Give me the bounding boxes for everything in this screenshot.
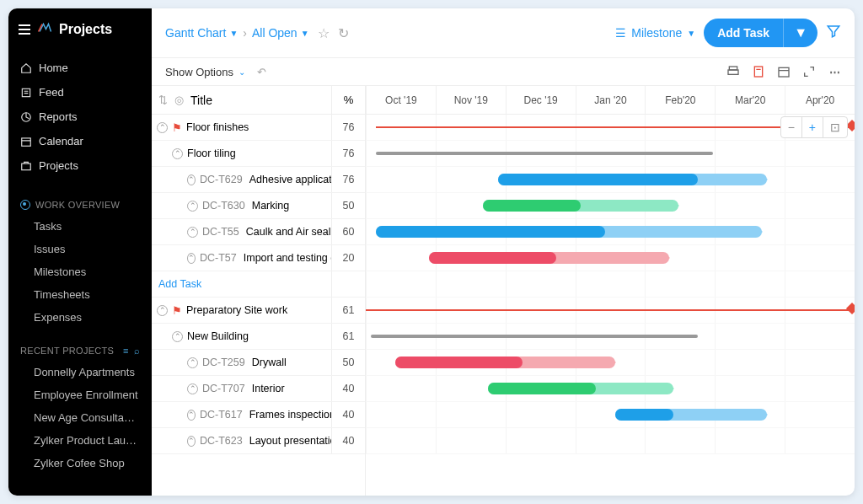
collapse-icon[interactable]: ⌃	[187, 436, 196, 447]
task-row[interactable]: ⌃⚑Floor finishes 76	[152, 115, 365, 141]
svg-rect-6	[22, 164, 31, 170]
print-icon[interactable]	[726, 65, 740, 78]
group-bar[interactable]	[371, 335, 699, 338]
fit-icon[interactable]: ⊡	[823, 117, 847, 137]
zoom-in-icon[interactable]: +	[802, 117, 823, 137]
timeline-month: Dec '19	[506, 86, 576, 114]
svg-rect-8	[728, 70, 738, 74]
more-icon[interactable]: ⋯	[828, 65, 841, 78]
breadcrumb-separator: ›	[243, 26, 247, 40]
filter-icon[interactable]	[826, 24, 841, 42]
task-bar[interactable]	[376, 226, 762, 238]
nav-label: Reports	[39, 110, 78, 123]
task-percent: 76	[331, 167, 365, 192]
task-row[interactable]: ⌃DC-T55Caulk and Air seal 60	[152, 219, 365, 245]
recent-project-item[interactable]: New Age Consultancy	[8, 406, 152, 429]
collapse-icon[interactable]: ⌃	[172, 148, 183, 159]
nav-sub-item[interactable]: Milestones	[8, 260, 152, 283]
task-row[interactable]: ⌃Floor tiling 76	[152, 141, 365, 167]
gantt-task-list: ⇅ ◎ Title % ⌃⚑Floor finishes 76 ⌃Floor t…	[152, 86, 366, 496]
refresh-icon[interactable]: ↻	[338, 25, 349, 41]
task-bar[interactable]	[615, 409, 767, 421]
collapse-icon[interactable]: ⌃	[157, 305, 168, 316]
collapse-icon[interactable]: ⌃	[187, 227, 198, 238]
collapse-icon[interactable]: ⌃	[187, 253, 196, 264]
nav-calendar[interactable]: Calendar	[8, 129, 152, 153]
recent-projects-header[interactable]: RECENT PROJECTS ≡ ⌕	[8, 340, 152, 361]
timeline-month: Nov '19	[436, 86, 506, 114]
add-task-split-icon[interactable]: ▼	[783, 19, 817, 47]
pdf-icon[interactable]	[752, 65, 765, 78]
task-bar[interactable]	[395, 357, 615, 368]
task-bar[interactable]	[488, 383, 673, 394]
timeline-row	[366, 271, 855, 298]
timeline-row	[366, 141, 855, 167]
calendar-icon[interactable]	[777, 65, 791, 78]
timeline-row	[366, 167, 855, 193]
gantt-timeline[interactable]: Oct '19Nov '19Dec '19Jan '20Feb'20Mar'20…	[366, 86, 855, 496]
recent-project-item[interactable]: Zylker Product Launch	[8, 429, 152, 452]
task-bar[interactable]	[498, 174, 767, 185]
collapse-icon[interactable]: ⌃	[187, 410, 196, 421]
task-row[interactable]: ⌃New Building 61	[152, 324, 365, 350]
task-name: Drywall	[252, 357, 287, 368]
task-name: Import and testing of woo..	[244, 252, 331, 264]
milestone-dropdown[interactable]: ☰ Milestone ▼	[615, 26, 695, 40]
recent-project-item[interactable]: Donnelly Apartments	[8, 361, 152, 383]
collapse-icon[interactable]: ⌃	[187, 201, 198, 212]
task-row[interactable]: ⌃DC-T629Adhesive application 76	[152, 167, 365, 193]
task-row[interactable]: ⌃⚑Preparatory Site work 61	[152, 298, 365, 324]
task-row[interactable]: ⌃DC-T617Frames inspection 40	[152, 402, 365, 428]
nav-projects[interactable]: Projects	[8, 153, 152, 178]
task-percent: 50	[331, 350, 365, 375]
task-row[interactable]: ⌃DC-T707Interior 40	[152, 376, 365, 402]
milestone-bar[interactable]	[366, 309, 850, 311]
task-bar[interactable]	[429, 252, 668, 264]
title-column-header: Title	[190, 94, 212, 107]
nav-sub-item[interactable]: Expenses	[8, 306, 152, 329]
star-icon[interactable]: ☆	[318, 25, 330, 41]
recent-project-item[interactable]: Employee Enrollment	[8, 383, 152, 406]
nav-feed[interactable]: Feed	[8, 80, 152, 105]
nav-reports[interactable]: Reports	[8, 105, 152, 129]
filter-dropdown[interactable]: All Open ▼	[252, 26, 309, 40]
timeline-month: Feb'20	[645, 86, 715, 114]
target-icon[interactable]: ◎	[174, 94, 184, 106]
menu-icon[interactable]	[19, 24, 30, 35]
recent-project-item[interactable]: Zylker Cofee Shop	[8, 452, 152, 475]
task-percent: 76	[331, 141, 365, 166]
group-bar[interactable]	[376, 152, 713, 155]
task-name: Floor finishes	[186, 121, 249, 133]
task-row[interactable]: ⌃DC-T630Marking 50	[152, 193, 365, 219]
nav-sub-item[interactable]: Tasks	[8, 215, 152, 238]
undo-icon[interactable]: ↶	[257, 66, 266, 78]
nav-label: Home	[39, 62, 68, 74]
nav-home[interactable]: Home	[8, 56, 152, 80]
add-task-button[interactable]: Add Task ▼	[704, 19, 817, 47]
search-icon[interactable]: ⌕	[134, 346, 140, 356]
collapse-icon[interactable]: ⌃	[187, 174, 196, 185]
logo-icon	[37, 20, 52, 39]
task-row[interactable]: ⌃DC-T623Layout presentation 40	[152, 428, 365, 454]
collapse-icon[interactable]: ⌃	[172, 331, 183, 342]
task-row[interactable]: ⌃DC-T57Import and testing of woo.. 20	[152, 245, 365, 271]
show-options-dropdown[interactable]: Show Options ⌄	[165, 66, 245, 78]
expand-icon[interactable]	[802, 65, 816, 78]
hierarchy-icon[interactable]: ⇅	[158, 94, 168, 106]
task-bar[interactable]	[483, 200, 678, 212]
task-row[interactable]: ⌃DC-T259Drywall 50	[152, 350, 365, 376]
milestone-bar[interactable]	[376, 126, 850, 128]
zoom-out-icon[interactable]: −	[781, 117, 802, 137]
view-dropdown[interactable]: Gantt Chart ▼	[165, 26, 238, 40]
nav-sub-item[interactable]: Timesheets	[8, 283, 152, 306]
task-name: Caulk and Air seal	[246, 226, 331, 238]
task-percent: 60	[331, 219, 365, 244]
topbar: Gantt Chart ▼ › All Open ▼ ☆ ↻ ☰ Milesto…	[152, 8, 855, 58]
nav-sub-item[interactable]: Issues	[8, 238, 152, 260]
add-task-row[interactable]: Add Task	[152, 271, 365, 298]
settings-icon[interactable]: ≡	[123, 346, 129, 356]
collapse-icon[interactable]: ⌃	[157, 122, 168, 133]
collapse-icon[interactable]: ⌃	[187, 357, 198, 368]
work-overview-header[interactable]: WORK OVERVIEW	[8, 195, 152, 215]
collapse-icon[interactable]: ⌃	[187, 383, 198, 394]
